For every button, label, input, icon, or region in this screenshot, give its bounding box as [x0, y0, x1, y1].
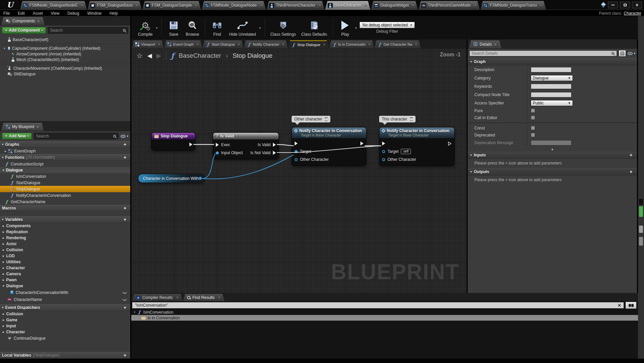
function-row-getcharactername[interactable]: GetCharacterName [0, 199, 130, 205]
close-tab-icon[interactable]: ✕ [176, 296, 179, 299]
target-pin[interactable] [382, 150, 385, 153]
node-notify-character-2[interactable]: Notify Character in Conversation Target … [379, 127, 455, 166]
variable-category-row[interactable]: ▸ Pawn [0, 277, 130, 283]
dispatcher-row-continuedialogue[interactable]: Ψ ContinueDialogue [0, 335, 130, 341]
close-tab-icon[interactable]: ✕ [158, 43, 161, 46]
asset-tab[interactable]: ThirdPersonGameMode ✕ [419, 1, 480, 10]
variable-category-row[interactable]: ▸ Actor [0, 241, 130, 247]
variable-category-row[interactable]: ▸ Collision [0, 247, 130, 253]
variable-category-dialogue[interactable]: ▾ Dialogue [0, 283, 130, 289]
my-blueprint-tab[interactable]: My Blueprint ✕ [1, 123, 44, 131]
menu-item[interactable]: File [3, 11, 10, 16]
collapsed-icon[interactable]: ▸ [3, 330, 4, 334]
close-tab-icon[interactable]: ✕ [368, 43, 371, 46]
dispatcher-category-row[interactable]: ▸ Game [0, 317, 130, 323]
save-button[interactable]: Save [164, 17, 183, 38]
component-row-mesh[interactable]: Mesh (CharacterMesh0) (Inherited) [0, 57, 130, 62]
exec-out-pin[interactable] [360, 141, 363, 145]
add-graph-button[interactable]: + [122, 142, 128, 147]
add-local-variable-button[interactable]: + [122, 353, 128, 358]
collapsed-icon[interactable]: ▸ [3, 224, 4, 228]
close-tab-icon[interactable]: ✕ [36, 125, 39, 129]
parent-class-link[interactable]: Character [624, 11, 641, 16]
hide-unrelated-button[interactable]: Hide Unrelated [226, 17, 259, 38]
local-variables-section-header[interactable]: Local Variables (StopDialogue) + [0, 352, 130, 359]
collapsed-icon[interactable]: ▸ [3, 312, 4, 316]
close-tab-icon[interactable]: ✕ [412, 4, 414, 7]
blueprint-graph-canvas[interactable]: ☆ ◀ ▶ BaseCharacter › Stop Dialogue Zoom… [131, 48, 467, 293]
comment-bubble-other-character[interactable]: Other character [292, 116, 330, 122]
collapsed-icon[interactable]: ▸ [3, 266, 4, 270]
components-tab[interactable]: Components ✕ [1, 17, 44, 25]
graph-row[interactable]: ▸ EventGraph [0, 148, 130, 154]
asset-tab[interactable]: FSMNode_DialogueNode ✕ [202, 1, 266, 10]
edge-tab-dark[interactable] [639, 199, 643, 205]
collapsed-icon[interactable]: ▸ [3, 324, 4, 328]
menu-item[interactable]: Window [87, 11, 102, 16]
play-options-chevron[interactable]: ▾ [355, 26, 357, 30]
find-query-input[interactable] [132, 302, 624, 309]
close-tab-icon[interactable]: ✕ [282, 43, 285, 46]
details-view-options[interactable]: ▾ [628, 52, 635, 55]
collapsed-icon[interactable]: ▸ [3, 236, 4, 240]
close-tab-icon[interactable]: ✕ [318, 4, 321, 7]
node-is-valid[interactable]: ? Is Valid Exec Is Valid Input Object Is… [213, 132, 279, 159]
add-function-button[interactable]: + [122, 155, 128, 160]
inputs-section-header[interactable]: ▾ Inputs + [468, 151, 637, 159]
target-pin[interactable] [295, 150, 298, 153]
input-object-pin[interactable] [216, 151, 219, 154]
class-defaults-button[interactable]: Class Defaults [299, 17, 330, 38]
const-checkbox[interactable] [531, 126, 535, 130]
forward-arrow-icon[interactable]: ▶ [157, 52, 161, 59]
visibility-filter-button[interactable]: ▾ [121, 134, 128, 138]
my-blueprint-search-input[interactable] [34, 133, 119, 139]
other-character-pin[interactable] [382, 158, 385, 161]
compact-node-title-input[interactable] [531, 92, 572, 97]
graph-tab[interactable]: Is in Conversatio ✕ [329, 40, 374, 48]
collapsed-icon[interactable]: ▸ [3, 230, 4, 234]
debug-object-dropdown[interactable]: No debug object selected ▾ [359, 22, 415, 28]
component-row-smdialogue[interactable]: SMDialogue [0, 71, 130, 77]
variable-category-row[interactable]: ▸ Camera [0, 271, 130, 277]
access-specifier-dropdown[interactable]: Public ▼ [531, 100, 573, 106]
add-dispatcher-button[interactable]: + [122, 305, 128, 310]
class-settings-button[interactable]: ⚙ Class Settings [268, 17, 299, 38]
add-new-button[interactable]: + Add New ▾ [2, 133, 32, 139]
close-tab-icon[interactable]: ✕ [81, 4, 84, 7]
graph-tab[interactable]: Stop Dialogue ✕ [288, 40, 329, 48]
variable-category-row[interactable]: ▸ Utilities [0, 259, 130, 265]
event-dispatchers-section-header[interactable]: ▾ Event Dispatchers + [0, 304, 130, 311]
asset-tab[interactable]: DialogueWidget ✕ [371, 1, 418, 10]
variable-category-row[interactable]: ▸ Components [0, 223, 130, 229]
collapsed-icon[interactable]: ▸ [3, 318, 4, 322]
value-out-pin[interactable] [199, 177, 202, 180]
close-tab-icon[interactable]: ✕ [323, 43, 326, 46]
edge-tab-green[interactable] [639, 206, 643, 217]
variables-section-header[interactable]: ▾ Variables + [0, 216, 130, 223]
close-tab-icon[interactable]: ✕ [494, 43, 497, 46]
exec-out-pin[interactable] [189, 142, 192, 146]
function-row[interactable]: StopDialogue [0, 186, 130, 192]
function-row[interactable]: IsInConversation [0, 173, 130, 179]
bubble-pin-icon[interactable] [410, 117, 413, 121]
close-tab-icon[interactable]: ✕ [474, 4, 476, 7]
eye-closed-icon[interactable] [122, 291, 127, 294]
is-valid-out-pin[interactable] [273, 143, 276, 147]
other-character-pin[interactable] [295, 158, 298, 161]
macros-section-header[interactable]: Macros + [0, 205, 130, 212]
component-row-charmove[interactable]: CharacterMovement (CharMoveComp) (Inheri… [0, 65, 130, 71]
menu-item[interactable]: Debug [67, 11, 79, 16]
close-tab-icon[interactable]: ✕ [37, 19, 40, 23]
keywords-input[interactable] [531, 84, 572, 89]
call-in-editor-checkbox[interactable] [531, 115, 535, 120]
variable-row-charactername[interactable]: CharacterName [0, 296, 130, 303]
category-dropdown[interactable]: Dialogue ▼ [531, 75, 573, 81]
node-character-in-conversation-with[interactable]: Character in Conversation With [138, 174, 205, 183]
bubble-pin-icon[interactable] [325, 117, 328, 121]
close-tab-icon[interactable]: ✕ [237, 43, 240, 46]
add-input-button[interactable]: + [628, 152, 634, 158]
variable-category-row[interactable]: ▸ Replication [0, 229, 130, 235]
description-input[interactable] [531, 67, 572, 72]
collapsed-icon[interactable]: ▸ [3, 278, 4, 282]
property-matrix-button[interactable] [619, 50, 626, 57]
